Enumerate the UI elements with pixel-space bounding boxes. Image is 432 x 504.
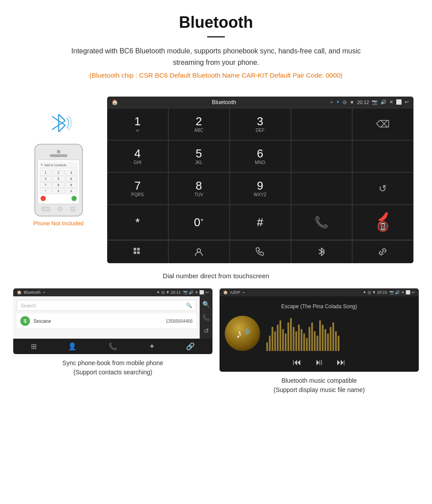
dial-backspace-button[interactable]: ⌫	[352, 108, 413, 140]
add-contact-label: Add to Contacts	[40, 162, 78, 168]
music-main-area: ♪	[225, 316, 413, 351]
dial-key-4[interactable]: 4 GHI	[107, 140, 168, 172]
bottom-screenshots: 🏠 Bluetooth ⌁ ✦ ◎ ▼ 20:11 📷 🔊 ✕ ⬜ ↩ Sear…	[0, 288, 432, 403]
svg-text:♪: ♪	[236, 327, 242, 340]
dial-refresh-button[interactable]: ↺	[352, 172, 413, 205]
music-status-left: 🏠 A2DP ⌁	[223, 290, 245, 295]
dial-end-call-button[interactable]: 📵	[352, 205, 413, 240]
pb-search-icon: 🔍	[186, 302, 192, 308]
music-controls: ⏮ ⏯ ⏭	[293, 357, 346, 367]
dial-key-3[interactable]: 3 DEF	[230, 108, 291, 140]
svg-rect-5	[134, 248, 136, 250]
svg-rect-8	[137, 251, 140, 254]
page-title: Bluetooth	[9, 13, 423, 32]
music-prev-button[interactable]: ⏮	[293, 357, 302, 367]
svg-rect-7	[134, 251, 136, 254]
phonebook-caption: Sync phone-book from mobile phone(Suppor…	[63, 358, 164, 377]
dial-key-star[interactable]: *	[107, 205, 168, 240]
dial-key-hash[interactable]: #	[230, 205, 291, 240]
pb-contact-number: 13566664466	[166, 319, 193, 324]
svg-line-11	[321, 248, 324, 251]
dial-contacts-icon[interactable]	[168, 240, 230, 263]
pb-contact-row: S Seicane 13566664466	[17, 314, 196, 329]
time-display: 20:12	[357, 100, 369, 105]
music-song-title: Escape (The Pina Colada Song)	[281, 303, 357, 310]
wifi-icon: ▼	[350, 100, 354, 105]
pb-contact-name: Seicane	[34, 318, 166, 324]
svg-point-9	[197, 249, 201, 252]
bt-icon: ✦	[336, 99, 340, 105]
phone-bottom-bar	[38, 207, 79, 211]
phone-illustration: Add to Contacts 123456789*0# Phone Not I…	[19, 97, 98, 227]
dial-phone-icon[interactable]	[230, 240, 291, 263]
pb-search-placeholder: Search	[21, 303, 36, 308]
music-play-pause-button[interactable]: ⏯	[315, 357, 324, 367]
person-icon	[194, 247, 204, 257]
pb-refresh-icon[interactable]: ↺	[204, 327, 209, 334]
pb-search-bar[interactable]: Search 🔍	[17, 300, 196, 311]
back-icon: ↩	[405, 99, 409, 105]
pb-link-icon[interactable]: 🔗	[186, 342, 195, 351]
pb-search-icon-right[interactable]: 🔍	[202, 301, 210, 308]
header-section: Bluetooth Integrated with BC6 Bluetooth …	[0, 0, 432, 92]
dial-key-0[interactable]: 0+	[168, 205, 230, 240]
svg-rect-6	[137, 248, 140, 250]
dial-key-8[interactable]: 8 TUV	[168, 172, 230, 205]
music-visualizer	[266, 316, 413, 351]
dial-key-1[interactable]: 1 ∞	[107, 108, 168, 140]
phone-not-included-label: Phone Not Included	[33, 220, 83, 227]
dial-key-empty-3	[352, 140, 413, 172]
svg-line-1	[59, 114, 65, 121]
dial-link-icon[interactable]	[352, 240, 413, 263]
mini-keypad: 123456789*0#	[40, 170, 78, 194]
phonebook-screen: 🏠 Bluetooth ⌁ ✦ ◎ ▼ 20:11 📷 🔊 ✕ ⬜ ↩ Sear…	[13, 288, 212, 354]
volume-icon: 🔊	[380, 99, 387, 105]
dial-call-button[interactable]: 📞	[291, 205, 352, 240]
dial-key-2[interactable]: 2 ABC	[168, 108, 230, 140]
pb-phone-icon[interactable]: 📞	[202, 314, 210, 321]
window-icon: ⬜	[396, 99, 402, 105]
pb-main-content: Search 🔍 S Seicane 13566664466	[13, 296, 200, 339]
pb-bottom-bar: ⊞ 👤 📞 ✦ 🔗	[13, 339, 212, 354]
pb-person-icon[interactable]: 👤	[68, 342, 77, 351]
dial-key-empty-1	[291, 108, 352, 140]
pb-call-icon[interactable]: 📞	[108, 342, 117, 351]
dial-bluetooth-icon[interactable]	[291, 240, 352, 263]
phonebook-wrap: 🏠 Bluetooth ⌁ ✦ ◎ ▼ 20:11 📷 🔊 ✕ ⬜ ↩ Sear…	[13, 288, 212, 395]
music-status-bar: 🏠 A2DP ⌁ ✦ ◎ ▼ 20:15 📷 🔊 ✕ ⬜ ↩	[220, 288, 419, 296]
phone-device: Add to Contacts 123456789*0#	[34, 144, 83, 217]
dial-grid-icon[interactable]	[107, 240, 168, 263]
camera-icon: 📷	[372, 99, 378, 105]
pb-status-bar: 🏠 Bluetooth ⌁ ✦ ◎ ▼ 20:11 📷 🔊 ✕ ⬜ ↩	[13, 288, 212, 296]
close-icon: ✕	[389, 99, 393, 105]
pb-grid-icon[interactable]: ⊞	[31, 342, 37, 351]
dial-key-7[interactable]: 7 PQRS	[107, 172, 168, 205]
header-specs: (Bluetooth chip : CSR BC6 Default Blueto…	[9, 71, 423, 79]
pb-status-right: ✦ ◎ ▼ 20:11 📷 🔊 ✕ ⬜ ↩	[156, 290, 209, 295]
dial-key-5[interactable]: 5 JKL	[168, 140, 230, 172]
svg-line-3	[59, 125, 65, 132]
phone-speaker	[50, 154, 67, 157]
music-content: Escape (The Pina Colada Song) ♪	[220, 296, 419, 372]
bluetooth-signal-icon	[45, 110, 72, 140]
pb-status-left: 🏠 Bluetooth ⌁	[17, 290, 45, 295]
svg-line-19	[247, 332, 250, 334]
music-next-button[interactable]: ⏭	[337, 357, 346, 367]
status-right: ⌁ ✦ ◎ ▼ 20:12 📷 🔊 ✕ ⬜ ↩	[330, 99, 409, 105]
dial-key-6[interactable]: 6 MNO	[230, 140, 291, 172]
dial-key-empty-4	[291, 172, 352, 205]
dial-caption: Dial number direct from touchscreen	[0, 268, 432, 288]
grid-icon	[133, 247, 142, 257]
music-album-art: ♪	[225, 316, 260, 351]
location-icon: ◎	[343, 99, 347, 105]
music-caption: Bluetooth music compatible(Support displ…	[274, 376, 365, 395]
header-description: Integrated with BC6 Bluetooth module, su…	[62, 45, 370, 68]
music-wrap: 🏠 A2DP ⌁ ✦ ◎ ▼ 20:15 📷 🔊 ✕ ⬜ ↩ Escape (T…	[220, 288, 419, 395]
dial-grid: 1 ∞ 2 ABC 3 DEF ⌫ 4 GHI 5 JKL	[107, 108, 413, 240]
pb-bt-icon[interactable]: ✦	[149, 342, 155, 351]
status-left: 🏠	[112, 99, 118, 105]
svg-line-17	[247, 328, 250, 331]
link-icon	[378, 247, 387, 257]
phone-icon	[255, 247, 265, 257]
dial-key-9[interactable]: 9 WXYZ	[230, 172, 291, 205]
